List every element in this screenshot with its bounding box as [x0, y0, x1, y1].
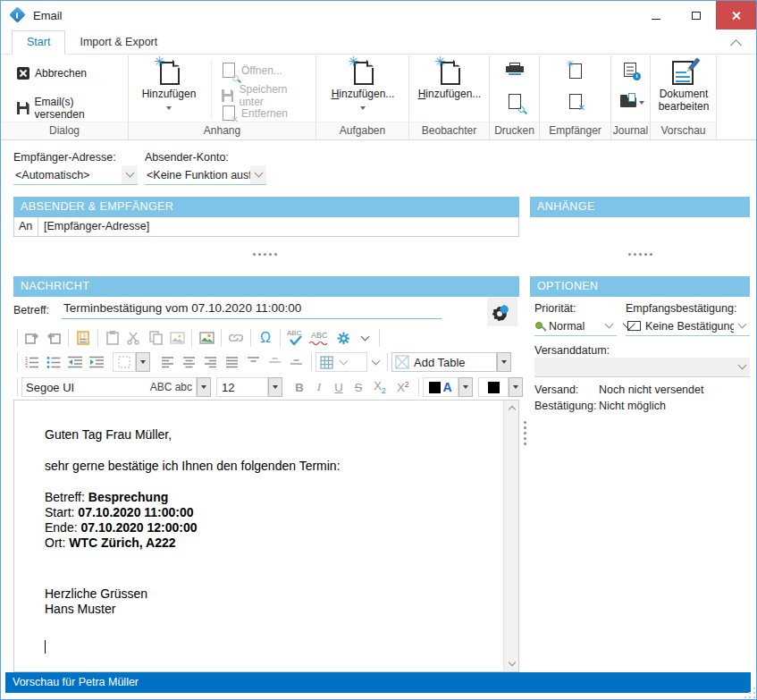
open-icon — [222, 62, 236, 79]
font-name-select[interactable]: Segoe UI ABC abc — [21, 377, 197, 397]
splitter-handle[interactable] — [253, 253, 277, 256]
minimize-button[interactable] — [635, 1, 676, 30]
sender-account-select[interactable]: <Keine Funktion ausfül — [145, 165, 266, 185]
print-button[interactable] — [506, 63, 524, 77]
table-grid-dropdown[interactable] — [367, 352, 383, 372]
subject-input[interactable]: Terminbestätigung vom 07.10.2020 11:00:0… — [62, 299, 442, 319]
journal-folder-icon — [620, 95, 636, 107]
align-bottom-button[interactable] — [286, 352, 307, 372]
printer-icon — [506, 63, 524, 77]
italic-button[interactable]: I — [309, 380, 329, 394]
insert-image-inline-button[interactable] — [166, 328, 188, 348]
border-style-dropdown[interactable] — [136, 352, 150, 372]
copy-button[interactable] — [145, 328, 166, 348]
signature-line: Hans Muster — [45, 602, 495, 617]
settings-dropdown-button[interactable] — [354, 328, 375, 348]
recipient-add-button[interactable]: ✳ — [568, 63, 583, 80]
font-color-button[interactable]: A — [423, 377, 458, 397]
font-name-dropdown[interactable] — [197, 377, 211, 397]
align-right-button[interactable] — [200, 352, 222, 372]
table-grid-select[interactable] — [315, 352, 367, 372]
section-message: NACHRICHT — [13, 276, 519, 297]
align-center-button[interactable] — [179, 352, 200, 372]
recipient-address-select[interactable]: <Automatisch> — [13, 165, 138, 185]
border-style-box[interactable] — [113, 352, 136, 372]
align-top-button[interactable] — [243, 352, 265, 372]
export-document-button[interactable] — [21, 328, 43, 348]
group-label-anhang: Anhang — [129, 122, 315, 139]
insert-image-button[interactable] — [196, 328, 217, 348]
dropdown-arrow-icon — [166, 106, 172, 110]
import-document-button[interactable] — [43, 328, 64, 348]
increase-indent-button[interactable] — [86, 352, 107, 372]
scroll-up-icon[interactable] — [504, 401, 519, 416]
collapse-ribbon-button[interactable] — [731, 40, 744, 48]
observer-add-button[interactable]: ✳ Hinzufügen... — [413, 59, 486, 100]
align-middle-button[interactable] — [265, 352, 286, 372]
align-left-button[interactable] — [157, 352, 179, 372]
edit-document-button[interactable]: Dokument bearbeiten — [647, 59, 720, 113]
highlight-color-dropdown[interactable] — [509, 377, 523, 397]
close-button[interactable] — [716, 1, 756, 30]
editor-settings-button[interactable] — [332, 328, 354, 348]
decrease-indent-button[interactable] — [64, 352, 86, 372]
underline-button[interactable]: U — [329, 381, 349, 394]
superscript-button[interactable]: X2 — [391, 380, 415, 394]
editor-scrollbar[interactable] — [503, 401, 518, 671]
vertical-splitter-handle[interactable] — [524, 421, 526, 445]
bulleted-list-button[interactable] — [43, 352, 64, 372]
cancel-icon — [17, 67, 29, 80]
to-field[interactable]: [Empfänger-Adresse] — [38, 217, 519, 237]
ribbon-group-anhang: ✳ Hinzufügen Öffnen... Speichern unter ✕… — [129, 55, 316, 139]
font-size-select[interactable]: 12 — [216, 377, 268, 397]
strikethrough-button[interactable]: S — [349, 381, 368, 394]
journal-info-button[interactable]: i — [623, 62, 637, 78]
add-table-dropdown[interactable] — [497, 352, 511, 372]
maximize-button[interactable] — [676, 1, 716, 30]
add-table-select[interactable]: Add Table — [391, 352, 497, 372]
template-button[interactable]: { } — [72, 328, 94, 348]
group-label-aufgaben: Aufgaben — [316, 122, 408, 139]
tab-start[interactable]: Start — [12, 30, 65, 55]
recipient-address-label: Empfänger-Adresse: — [13, 151, 116, 164]
message-body-editor[interactable]: Guten Tag Frau Müller, sehr gerne bestät… — [13, 400, 519, 672]
titlebar: Email — [1, 1, 756, 30]
bold-button[interactable]: B — [290, 381, 309, 394]
font-size-dropdown[interactable] — [268, 377, 282, 397]
paste-button[interactable] — [102, 328, 123, 348]
dropdown-arrow-icon — [360, 106, 366, 110]
receipt-select[interactable]: Keine Bestätigung — [626, 316, 750, 336]
close-icon — [731, 11, 741, 21]
font-color-dropdown[interactable] — [458, 377, 473, 397]
task-add-button[interactable]: ✳ Hinzufügen... — [326, 59, 400, 113]
hyperlink-button[interactable] — [225, 328, 247, 348]
justify-button[interactable] — [222, 352, 243, 372]
subscript-button[interactable]: X2 — [368, 379, 391, 395]
spellcheck-as-type-button[interactable]: ABC — [307, 328, 332, 348]
recipient-remove-button[interactable]: ✕ — [568, 93, 583, 110]
highlight-color-button[interactable] — [478, 377, 509, 397]
message-settings-button[interactable] — [487, 298, 517, 326]
print-preview-button[interactable] — [508, 93, 522, 110]
numbered-list-button[interactable]: 123 — [21, 352, 43, 372]
journal-folder-button[interactable] — [620, 95, 644, 107]
attachment-add-button[interactable]: ✳ Hinzufügen — [132, 59, 206, 113]
spellcheck-button[interactable]: ABC — [284, 328, 307, 348]
cancel-button[interactable]: Abbrechen — [13, 64, 90, 82]
send-emails-button[interactable]: Email(s) versenden — [13, 93, 128, 123]
group-label-empfaenger: Empfänger — [540, 122, 610, 139]
special-character-button[interactable]: Ω — [255, 328, 276, 348]
editor-toolbar-row2: 123 Add Table — [13, 350, 511, 374]
attachment-open-button[interactable]: Öffnen... — [218, 59, 286, 81]
send-date-select[interactable] — [534, 358, 750, 377]
priority-select[interactable]: Normal — [534, 316, 617, 336]
cut-button[interactable] — [123, 328, 145, 348]
tab-import-export[interactable]: Import & Export — [65, 31, 172, 54]
splitter-handle[interactable] — [628, 253, 652, 256]
scroll-down-icon[interactable] — [504, 656, 519, 671]
confirmation-value: Nicht möglich — [599, 400, 666, 412]
sender-account-label: Absender-Konto: — [145, 151, 229, 164]
save-as-icon — [222, 89, 233, 102]
chevron-down-icon — [734, 358, 750, 376]
resize-grip[interactable] — [744, 687, 755, 698]
